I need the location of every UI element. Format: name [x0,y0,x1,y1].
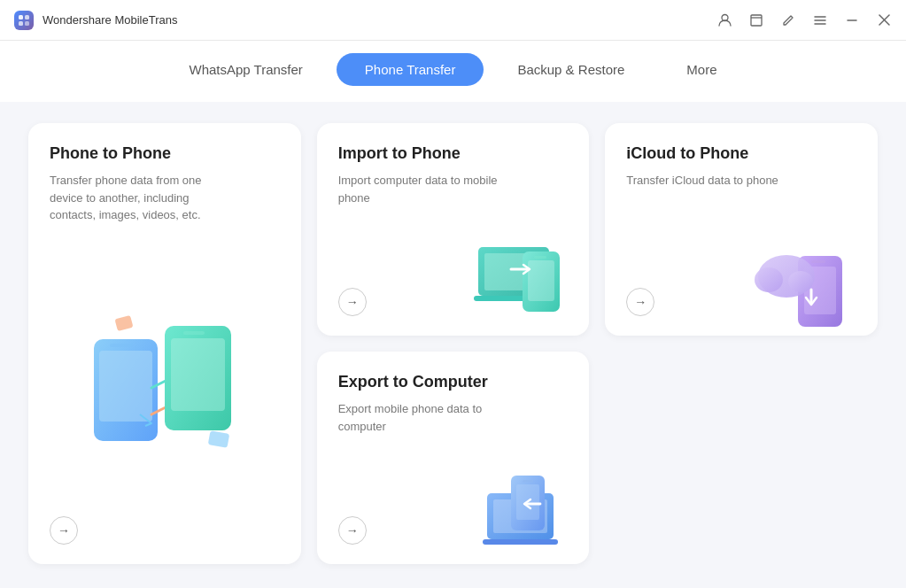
window-icon[interactable] [748,12,764,28]
svg-rect-17 [183,331,205,335]
titlebar-controls [716,12,892,28]
cards-grid: Phone to Phone Transfer phone data from … [28,123,878,564]
close-icon[interactable] [876,12,892,28]
card-icloud-arrow[interactable]: → [626,288,654,316]
card-import-arrow[interactable]: → [338,288,367,316]
card-phone-to-phone: Phone to Phone Transfer phone data from … [28,123,301,564]
card-export-desc: Export mobile phone data to computer [338,400,515,435]
menu-icon[interactable] [812,12,828,28]
svg-rect-34 [483,539,558,545]
phone-to-phone-illustration [50,233,280,544]
tab-phone[interactable]: Phone Transfer [337,53,484,86]
card-export-title: Export to Computer [338,373,569,391]
app-icon [14,11,34,30]
svg-rect-18 [114,315,133,331]
card-phone-to-phone-title: Phone to Phone [50,144,280,163]
svg-rect-3 [25,21,29,26]
tab-more[interactable]: More [658,53,745,86]
svg-rect-14 [110,344,133,347]
user-icon[interactable] [716,12,732,28]
edit-icon[interactable] [780,12,796,28]
svg-rect-19 [208,430,229,448]
card-import-title: Import to Phone [338,144,569,163]
card-phone-to-phone-arrow[interactable]: → [50,516,78,545]
card-icloud-title: iCloud to Phone [626,144,856,163]
svg-rect-2 [19,21,23,26]
card-phone-to-phone-desc: Transfer phone data from one device to a… [50,172,227,224]
import-illustration [430,220,589,336]
nav-bar: WhatsApp Transfer Phone Transfer Backup … [0,41,906,102]
svg-rect-37 [523,480,533,483]
card-import-desc: Import computer data to mobile phone [338,172,515,206]
card-icloud-to-phone: iCloud to Phone Transfer iCloud data to … [605,123,878,336]
svg-point-31 [788,271,813,292]
card-import-to-phone: Import to Phone Import computer data to … [317,123,590,336]
titlebar: Wondershare MobileTrans [0,0,906,41]
svg-rect-28 [811,260,825,263]
svg-rect-5 [751,15,762,26]
main-content: Phone to Phone Transfer phone data from … [0,102,906,585]
card-export-to-computer: Export to Computer Export mobile phone d… [317,352,590,564]
svg-rect-25 [534,256,546,259]
tab-whatsapp[interactable]: WhatsApp Transfer [160,53,330,86]
app-title: Wondershare MobileTrans [43,13,177,27]
svg-point-30 [755,267,783,292]
tab-backup[interactable]: Backup & Restore [489,53,653,86]
card-icloud-desc: Transfer iCloud data to phone [626,172,803,190]
titlebar-left: Wondershare MobileTrans [14,11,177,30]
svg-rect-0 [19,15,23,19]
svg-rect-13 [99,351,152,422]
minimize-icon[interactable] [844,12,860,28]
icloud-illustration [718,220,878,336]
svg-rect-24 [528,260,554,301]
card-export-arrow[interactable]: → [338,516,367,545]
svg-rect-1 [25,15,29,19]
export-illustration [430,449,589,564]
svg-rect-16 [171,338,225,411]
